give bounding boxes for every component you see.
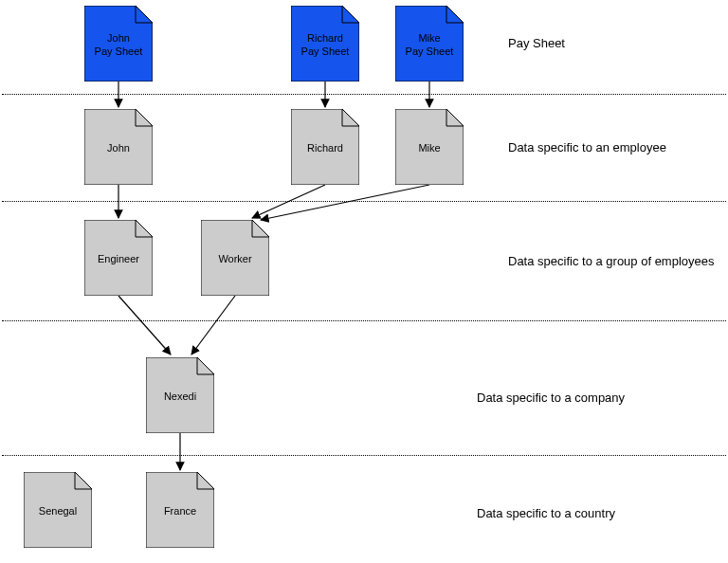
node-richard-paysheet: RichardPay Sheet: [291, 6, 359, 82]
node-label: JohnPay Sheet: [84, 6, 153, 82]
divider-4: [2, 455, 726, 456]
node-label: France: [146, 472, 214, 548]
node-france: France: [146, 472, 214, 548]
row-label-paysheet: Pay Sheet: [508, 36, 565, 50]
node-label: MikePay Sheet: [395, 6, 464, 82]
node-john: John: [84, 109, 153, 185]
node-engineer: Engineer: [84, 220, 153, 296]
node-label: Richard: [291, 109, 359, 185]
svg-line-5: [261, 185, 429, 220]
node-john-paysheet: JohnPay Sheet: [84, 6, 153, 82]
node-mike: Mike: [395, 109, 464, 185]
svg-line-7: [191, 296, 235, 354]
node-label: Nexedi: [146, 357, 214, 433]
node-label: John: [84, 109, 153, 185]
node-label: Mike: [395, 109, 464, 185]
row-label-group: Data specific to a group of employees: [508, 254, 715, 268]
node-nexedi: Nexedi: [146, 357, 214, 433]
row-label-company: Data specific to a company: [477, 390, 625, 405]
svg-line-6: [118, 296, 171, 354]
divider-3: [2, 320, 726, 321]
node-richard: Richard: [291, 109, 359, 185]
node-label: Senegal: [24, 472, 92, 548]
node-label: RichardPay Sheet: [291, 6, 359, 82]
node-label: Worker: [201, 220, 269, 296]
divider-2: [2, 201, 726, 202]
row-label-country: Data specific to a country: [477, 506, 615, 520]
node-label: Engineer: [84, 220, 153, 296]
node-worker: Worker: [201, 220, 269, 296]
node-senegal: Senegal: [24, 472, 92, 548]
row-label-employee: Data specific to an employee: [508, 140, 666, 154]
divider-1: [2, 94, 726, 95]
node-mike-paysheet: MikePay Sheet: [395, 6, 464, 82]
